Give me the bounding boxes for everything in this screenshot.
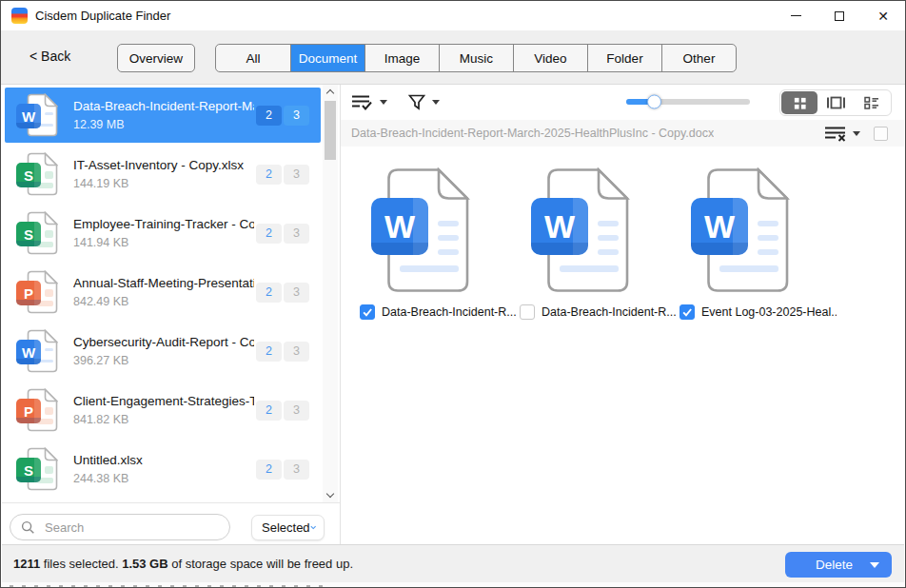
tab-music[interactable]: Music <box>439 45 513 71</box>
file-card: W Event Log-03-2025-Heal... <box>678 167 837 543</box>
file-size: 841.82 KB <box>73 413 254 426</box>
word-file-icon: W <box>531 167 655 293</box>
duplicate-group-row[interactable]: W Cybersecurity-Audit-Report - Copy.... … <box>5 323 321 379</box>
file-size: 396.27 KB <box>73 354 254 367</box>
search-input[interactable] <box>43 519 205 536</box>
file-label: Data-Breach-Incident-R... <box>382 305 517 319</box>
duplicate-groups-list: W Data-Breach-Incident-Report-Marc... 12… <box>2 85 323 502</box>
overview-button[interactable]: Overview <box>117 44 195 72</box>
duplicate-files-grid: W Data-Breach-Incident-R... W Data-Breac… <box>341 147 904 543</box>
window-controls: ✕ <box>774 1 905 30</box>
minimize-icon <box>791 15 801 16</box>
excel-file-icon: S <box>12 445 64 493</box>
view-preview-button[interactable] <box>817 91 854 114</box>
duplicate-count-badges: 2 3 <box>256 283 309 303</box>
total-count-badge: 3 <box>284 401 309 421</box>
sidebar-scrollbar[interactable] <box>323 85 338 502</box>
duplicate-count-badges: 2 3 <box>256 106 309 126</box>
back-button[interactable]: < Back <box>30 49 70 64</box>
file-checkbox[interactable] <box>520 304 535 320</box>
selected-count-badge: 2 <box>256 342 282 362</box>
file-size: 244.38 KB <box>73 472 143 485</box>
list-toolbar <box>341 85 904 120</box>
file-size: 842.49 KB <box>73 295 254 308</box>
file-size: 141.94 KB <box>73 236 254 249</box>
close-icon: ✕ <box>877 9 889 24</box>
file-name: Untitled.xlsx <box>73 453 143 467</box>
total-count-badge: 3 <box>284 342 309 362</box>
auto-select-icon[interactable] <box>351 93 373 111</box>
window-title: Cisdem Duplicate Finder <box>35 9 170 23</box>
delete-button[interactable]: Delete <box>785 552 892 578</box>
delete-dropdown-caret-icon[interactable] <box>870 562 879 573</box>
slider-thumb[interactable] <box>647 95 661 109</box>
filter-caret-icon[interactable] <box>432 100 440 108</box>
duplicate-group-row[interactable]: S IT-Asset-Inventory - Copy.xlsx 144.19 … <box>5 147 321 202</box>
search-icon <box>21 520 35 535</box>
selection-filter-value: Selected <box>262 520 310 535</box>
auto-select-caret-icon[interactable] <box>380 100 387 108</box>
file-name: Client-Engagement-Strategies-Tech... <box>73 394 254 408</box>
word-file-icon: W <box>12 327 64 375</box>
maximize-button[interactable] <box>817 1 861 30</box>
select-group-checkbox[interactable] <box>874 127 888 141</box>
duplicate-group-row[interactable]: S Employee-Training-Tracker - Copy.... 1… <box>5 206 321 261</box>
group-header: Data-Breach-Incident-Report-March-2025-H… <box>341 120 904 147</box>
tab-video[interactable]: Video <box>513 45 587 71</box>
total-count-badge: 3 <box>284 106 309 126</box>
scroll-down-icon[interactable] <box>326 490 334 498</box>
file-name: Cybersecurity-Audit-Report - Copy.... <box>73 335 254 349</box>
tab-folder[interactable]: Folder <box>587 45 661 71</box>
file-card: W Data-Breach-Incident-R... <box>358 167 518 543</box>
selected-files-count: 1211 <box>13 557 40 571</box>
file-name: IT-Asset-Inventory - Copy.xlsx <box>73 158 244 172</box>
app-logo-icon <box>11 8 28 24</box>
title-bar: Cisdem Duplicate Finder ✕ <box>1 1 905 30</box>
delete-button-label: Delete <box>816 558 853 572</box>
selected-count-badge: 2 <box>256 401 282 421</box>
word-file-icon: W <box>691 167 815 293</box>
nav-bar: < Back Overview AllDocumentImageMusicVid… <box>1 30 905 85</box>
powerpoint-file-icon: P <box>12 386 64 434</box>
view-grid-button[interactable] <box>781 91 817 114</box>
duplicate-group-row[interactable]: W Data-Breach-Incident-Report-Marc... 12… <box>5 88 321 143</box>
duplicate-count-badges: 2 3 <box>256 224 309 244</box>
check-icon <box>681 306 693 318</box>
status-bar: 1211 files selected. 1.53 GB of storage … <box>2 544 904 582</box>
close-button[interactable]: ✕ <box>861 1 905 30</box>
tab-all[interactable]: All <box>216 45 290 71</box>
search-box[interactable] <box>10 514 230 540</box>
selected-count-badge: 2 <box>256 224 282 244</box>
selected-count-badge: 2 <box>256 106 282 126</box>
file-checkbox[interactable] <box>360 304 375 320</box>
tab-document[interactable]: Document <box>290 45 364 71</box>
deselect-caret-icon[interactable] <box>853 131 860 140</box>
selected-count-badge: 2 <box>256 283 282 303</box>
total-count-badge: 3 <box>284 165 309 185</box>
scrollbar-thumb[interactable] <box>325 101 336 160</box>
duplicate-group-row[interactable]: P Client-Engagement-Strategies-Tech... 8… <box>5 382 321 438</box>
file-size: 144.19 KB <box>73 177 244 190</box>
excel-file-icon: S <box>12 209 64 257</box>
duplicate-group-row[interactable]: S Untitled.xlsx 244.38 KB 2 3 <box>5 441 321 497</box>
tab-group: AllDocumentImageMusicVideoFolderOther <box>215 44 737 72</box>
word-file-icon: W <box>371 167 495 293</box>
file-size: 12.39 MB <box>73 118 254 131</box>
deselect-list-icon[interactable] <box>824 126 848 142</box>
tab-image[interactable]: Image <box>364 45 439 71</box>
tab-other[interactable]: Other <box>661 45 736 71</box>
total-count-badge: 3 <box>284 224 309 244</box>
file-checkbox[interactable] <box>680 304 695 320</box>
thumbnail-size-slider[interactable] <box>626 99 750 105</box>
duplicate-count-badges: 2 3 <box>256 401 309 421</box>
chevron-down-icon <box>310 524 316 531</box>
clipped-text-strip <box>2 582 904 587</box>
total-count-badge: 3 <box>284 283 309 303</box>
file-name: Employee-Training-Tracker - Copy.... <box>73 217 254 231</box>
selection-filter-dropdown[interactable]: Selected <box>251 515 325 540</box>
filter-icon[interactable] <box>408 94 425 110</box>
duplicate-group-row[interactable]: P Annual-Staff-Meeting-Presentation... 8… <box>5 265 321 320</box>
minimize-button[interactable] <box>774 1 817 30</box>
view-list-button[interactable] <box>854 91 890 114</box>
scroll-up-icon[interactable] <box>326 89 334 97</box>
